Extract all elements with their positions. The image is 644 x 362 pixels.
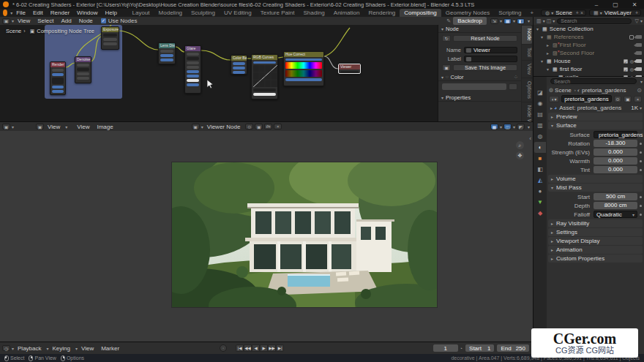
mist-depth-slider[interactable]: 8000 cm xyxy=(594,202,637,209)
jump-to-end-button[interactable]: ▶| xyxy=(276,344,284,352)
node-denoise[interactable]: Denoise xyxy=(75,56,91,83)
asset-row[interactable]: ▸ ◕ Asset: pretoria_gardens 1K ▾ xyxy=(547,103,644,112)
image-unlink-icon[interactable]: × xyxy=(274,124,282,129)
display-channels-icon[interactable]: ▦ xyxy=(490,124,498,129)
refresh-icon[interactable]: ↻ xyxy=(442,35,451,42)
expand-caret-icon[interactable]: ▾ xyxy=(547,67,553,72)
overlays-icon[interactable]: ◧ xyxy=(517,18,525,24)
scene-unlink-icon[interactable]: × xyxy=(580,10,583,15)
image-editor-canvas[interactable]: ⌕ ✥ ‹ xyxy=(0,131,533,342)
menu-file[interactable]: File xyxy=(12,10,29,16)
workspace-tab-animation[interactable]: Animation xyxy=(329,9,364,17)
panel-preview[interactable]: ▸Preview xyxy=(548,113,643,121)
node-menu-add[interactable]: Add xyxy=(57,18,75,24)
panel-ray-visibility[interactable]: ▸Ray Visibility xyxy=(548,219,643,227)
tab-output-icon[interactable]: ▤ xyxy=(534,109,546,120)
node-label-field[interactable] xyxy=(464,56,517,62)
node-menu-node[interactable]: Node xyxy=(75,18,97,24)
tab-view-layer-icon[interactable]: ▥ xyxy=(534,120,546,131)
view-layer-new-icon[interactable]: + xyxy=(635,10,638,15)
panel-mist-pass[interactable]: ▾Mist Pass xyxy=(548,184,643,192)
panel-custom-properties[interactable]: ▸Custom Properties xyxy=(548,254,643,263)
tab-material-icon[interactable]: ◆ xyxy=(534,208,546,219)
extend-sockets-icon[interactable]: ⁘ xyxy=(514,74,518,80)
world-browse-icon[interactable]: ◐▾ xyxy=(549,96,559,102)
workspace-tab-modeling[interactable]: Modeling xyxy=(154,9,187,17)
filter-caret-icon[interactable]: ▾ xyxy=(640,79,643,84)
asset-size-value[interactable]: 1K xyxy=(631,105,638,111)
breadcrumb-scene[interactable]: Scene xyxy=(555,87,572,94)
menu-render[interactable]: Render xyxy=(47,10,73,16)
keyframe-dot-icon[interactable] xyxy=(640,151,642,154)
timeline-menu-marker[interactable]: Marker xyxy=(97,345,123,352)
breadcrumb-world[interactable]: pretoria_gardens xyxy=(582,87,626,94)
workspace-tab-geometry-nodes[interactable]: Geometry Nodes xyxy=(441,9,494,17)
mode-dropdown[interactable]: View xyxy=(44,124,64,130)
outliner-row-first-floor[interactable]: ▸ ▨ First Floor xyxy=(533,41,644,49)
strength-slider[interactable]: 0.000 xyxy=(594,148,637,156)
node-hue-correct[interactable]: Hue Correct xyxy=(283,51,324,86)
outliner-row-first-floor-coll[interactable]: ▾ ▦ first floor ✓◎ xyxy=(533,65,644,73)
tab-physics-icon[interactable]: ◭ xyxy=(534,175,546,186)
keyframe-dot-icon[interactable] xyxy=(640,169,642,171)
save-this-image-button[interactable]: Save This Image xyxy=(453,64,517,71)
close-button[interactable]: ✕ xyxy=(625,1,644,8)
tab-view[interactable]: View xyxy=(522,61,532,78)
keyframe-dot-icon[interactable] xyxy=(640,160,642,162)
image-datablock-icon[interactable]: ▣ xyxy=(192,124,200,129)
properties-search-input[interactable] xyxy=(550,78,637,84)
app-menu-icon[interactable] xyxy=(3,10,7,16)
outliner-editor-icon[interactable]: ▥ xyxy=(536,18,542,24)
timeline-editor-icon[interactable]: ◷ xyxy=(2,345,10,351)
exclude-checkbox[interactable]: ✓ xyxy=(624,67,628,72)
unlink-icon[interactable]: × xyxy=(634,96,642,102)
next-keyframe-button[interactable]: ▶▶ xyxy=(268,344,276,352)
world-name-field[interactable]: pretoria_gardens xyxy=(561,95,611,102)
image-fake-user-icon[interactable]: ⊙ xyxy=(245,124,253,129)
camera-toggle-icon[interactable] xyxy=(636,67,642,71)
tab-data-icon[interactable]: ▼ xyxy=(534,197,546,208)
warmth-slider[interactable]: 0.000 xyxy=(594,157,637,165)
tab-constraints-icon[interactable]: ● xyxy=(534,186,546,197)
exclude-checkbox[interactable]: ✓ xyxy=(624,59,628,64)
color-value-bar[interactable] xyxy=(442,83,506,90)
hue-gradient-dim[interactable] xyxy=(285,70,322,77)
panel-volume[interactable]: ▸Volume xyxy=(548,175,643,183)
alpha-mode-icon[interactable]: ◩ xyxy=(517,124,525,129)
outliner-search-input[interactable] xyxy=(557,18,631,24)
maximize-button[interactable]: ▢ xyxy=(606,1,625,8)
menu-edit[interactable]: Edit xyxy=(29,10,47,16)
node-name-field[interactable]: Viewer xyxy=(464,47,517,53)
properties-section-header[interactable]: ▾ Properties xyxy=(438,94,521,102)
tab-modifiers-icon[interactable]: ◧ xyxy=(534,164,546,175)
workspace-tab-layout[interactable]: Layout xyxy=(128,9,154,17)
panel-settings[interactable]: ▸Settings xyxy=(548,228,643,236)
keyframe-dot-icon[interactable] xyxy=(640,143,642,145)
mist-start-slider[interactable]: 500 cm xyxy=(594,193,637,200)
expand-caret-icon[interactable]: ▾ xyxy=(541,34,547,39)
minimize-button[interactable]: – xyxy=(587,1,606,8)
keyframe-dot-icon[interactable] xyxy=(640,205,642,207)
timeline-menu-view[interactable]: View xyxy=(78,345,97,352)
frame-start-field[interactable]: Start 1 xyxy=(465,344,494,352)
expand-caret-icon[interactable]: ▸ xyxy=(547,42,553,48)
node-editor-canvas[interactable]: Exposure Render Layers Denoise Lens Dist… xyxy=(0,25,533,121)
pin-icon[interactable]: ⊙ xyxy=(637,87,642,94)
node-section-header[interactable]: ▾ Node xyxy=(438,25,521,33)
play-reverse-button[interactable]: ◀ xyxy=(252,344,260,352)
camera-toggle-icon[interactable] xyxy=(636,59,642,63)
image-icon[interactable]: ▣ xyxy=(442,64,451,71)
fake-user-icon[interactable]: ⊙ xyxy=(614,96,622,102)
node-render-layers[interactable]: Render Layers xyxy=(50,61,66,95)
image-open-icon[interactable]: 🗁 xyxy=(264,124,272,129)
tab-scene-icon[interactable]: ◍ xyxy=(534,131,546,142)
expand-caret-icon[interactable]: ▾ xyxy=(536,26,542,31)
snap-icon[interactable]: ⇲ xyxy=(490,18,498,24)
use-nodes-checkbox[interactable]: ✓ xyxy=(101,18,106,23)
tab-object-icon[interactable]: ■ xyxy=(534,153,546,164)
play-button[interactable]: ▶ xyxy=(260,344,268,352)
node-viewer[interactable]: Viewer xyxy=(338,64,361,74)
workspace-tab-sculpting[interactable]: Sculpting xyxy=(187,9,220,17)
keyframe-dot-icon[interactable] xyxy=(640,196,642,198)
outliner-row-second-floor[interactable]: ▸ ▨ Second Floor xyxy=(533,49,644,57)
